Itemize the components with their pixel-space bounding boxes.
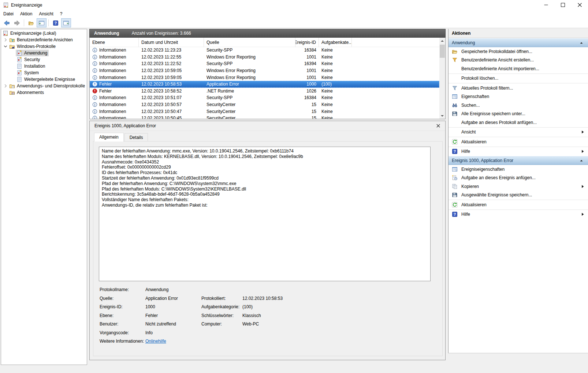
tab-allgemein[interactable]: Allgemein (94, 133, 124, 142)
help-button[interactable]: ? (51, 18, 60, 27)
task-category-label: Keine (321, 61, 333, 66)
maximize-button[interactable] (554, 0, 571, 10)
column-header-ebene[interactable]: Ebene (90, 38, 139, 47)
action-item-aktualisieren[interactable]: Aktualisieren (449, 137, 588, 146)
action-pane-toggle-button[interactable] (61, 18, 71, 27)
datetime-cell: 12.02.2023 10:50:47 (139, 109, 204, 114)
source-cell: Windows Error Reporting (204, 68, 295, 73)
close-icon (578, 3, 582, 7)
actions-section-title: Ereignis 1000, Application Error (452, 158, 513, 163)
tree-item-installation[interactable]: Installation (1, 63, 87, 69)
level-cell: Informationen (90, 75, 139, 80)
field-value: Klassisch (242, 313, 431, 318)
event-description-line: Startzeit der fehlerhaften Anwendung: 0x… (102, 176, 428, 181)
tree-item-label: Abonnements (17, 90, 44, 95)
action-item-alle-ereignisse-speichern-unter[interactable]: Alle Ereignisse speichern unter... (449, 110, 588, 118)
menu-item-aktion[interactable]: Aktion (17, 10, 36, 18)
source-label: Windows Error Reporting (206, 54, 256, 60)
level-cell: Informationen (90, 102, 139, 107)
toolbar-separator (24, 19, 24, 26)
action-item-suchen[interactable]: Suchen... (449, 101, 588, 110)
source-label: SecurityCenter (206, 116, 235, 119)
scroll-down-button[interactable] (439, 113, 445, 119)
close-icon[interactable] (434, 122, 442, 129)
tab-details[interactable]: Details (124, 133, 148, 141)
action-item-kopieren[interactable]: Kopieren (449, 182, 588, 191)
event-row[interactable]: Informationen12.02.2023 11:23:23Security… (90, 47, 439, 54)
copy-icon (452, 184, 459, 189)
menu-item-datei[interactable]: Datei (0, 10, 17, 18)
column-header-quelle[interactable]: Quelle (204, 38, 295, 47)
action-item-label: Alle Ereignisse speichern unter... (461, 111, 525, 116)
event-description-line: ID des fehlerhaften Prozesses: 0x41dc (102, 170, 428, 176)
event-row[interactable]: Informationen12.02.2023 11:22:52Security… (90, 60, 439, 67)
column-header-ereignis-id[interactable]: Ereignis-ID (295, 38, 319, 47)
back-button[interactable] (1, 18, 11, 27)
scrollbar-thumb[interactable] (440, 45, 445, 58)
minimize-button[interactable] (537, 0, 554, 10)
action-item-benutzerdefinierte-ansicht-erstellen[interactable]: Benutzerdefinierte Ansicht erstellen... (449, 56, 588, 65)
field-row: Weitere Informationen:Onlinehilfe (100, 339, 431, 347)
chevron-right-icon[interactable] (3, 84, 8, 88)
action-item-aktuelles-protokoll-filtern[interactable]: Aktuelles Protokoll filtern... (449, 84, 588, 93)
action-item-benutzerdefinierte-ansicht-importieren[interactable]: Benutzerdefinierte Ansicht importieren..… (449, 64, 588, 73)
event-row[interactable]: Informationen12.02.2023 10:51:07Security… (90, 94, 439, 101)
event-id-label: 16384 (304, 95, 316, 100)
forward-button[interactable] (12, 18, 22, 27)
event-row[interactable]: Fehler12.02.2023 10:58:52.NET Runtime102… (90, 88, 439, 95)
action-item-ansicht[interactable]: Ansicht (449, 128, 588, 137)
info-icon (92, 75, 97, 80)
column-header-datum-und-uhrzeit[interactable]: Datum und Uhrzeit (139, 38, 204, 47)
tree-item-windows-protokolle[interactable]: Windows-Protokolle (1, 43, 87, 50)
menu-item-ansicht[interactable]: Ansicht (36, 10, 56, 18)
tree-item-security[interactable]: Security (1, 56, 87, 63)
action-item-hilfe[interactable]: ?Hilfe (449, 147, 588, 156)
event-row[interactable]: Informationen12.02.2023 10:50:47Security… (90, 108, 439, 115)
tree-node: Abonnements (8, 89, 45, 96)
event-row[interactable]: Fehler12.02.2023 10:58:53Application Err… (90, 81, 439, 88)
actions-section-header-anwendung[interactable]: Anwendung (449, 38, 588, 47)
list-pane-header: Anwendung Anzahl von Ereignissen: 3.666 (89, 29, 446, 38)
tree-item-ereignisanzeige-lokal[interactable]: Ereignisanzeige (Lokal) (1, 30, 87, 37)
datetime-cell: 12.02.2023 10:59:05 (139, 68, 204, 73)
collapse-triangle-icon[interactable] (579, 41, 584, 45)
event-row[interactable]: Informationen12.02.2023 10:59:05Windows … (90, 67, 439, 74)
chevron-right-icon[interactable] (3, 38, 8, 42)
close-button[interactable] (571, 0, 588, 10)
event-row[interactable]: Informationen12.02.2023 10:59:05Windows … (90, 74, 439, 81)
open-folder-button[interactable] (26, 18, 36, 27)
tree-item-anwendungs-und-dienstprotokolle[interactable]: Anwendungs- und Dienstprotokolle (1, 83, 87, 89)
event-description-box[interactable]: Name der fehlerhaften Anwendung: mmc.exe… (99, 147, 431, 281)
list-vertical-scrollbar[interactable] (439, 38, 445, 119)
tree-item-abonnements[interactable]: Abonnements (1, 89, 87, 96)
menu-item-[interactable]: ? (57, 10, 66, 18)
datetime-cell: 12.02.2023 11:23:23 (139, 48, 204, 53)
column-header-aufgabenkate[interactable]: Aufgabenkate... (319, 38, 352, 47)
event-row[interactable]: Informationen12.02.2023 11:22:55Windows … (90, 54, 439, 61)
action-item-eigenschaften[interactable]: Eigenschaften (449, 93, 588, 101)
action-item-aktualisieren[interactable]: Aktualisieren (449, 200, 588, 209)
action-item-aufgabe-an-dieses-ereignis-anfügen[interactable]: Aufgabe an dieses Ereignis anfügen... (449, 174, 588, 182)
tree-item-anwendung[interactable]: Anwendung (1, 50, 87, 56)
tree-item-system[interactable]: System (1, 69, 87, 76)
action-item-protokoll-löschen[interactable]: Protokoll löschen... (449, 74, 588, 83)
event-id-cell: 16394 (295, 61, 319, 66)
event-row[interactable]: Informationen12.02.2023 10:50:45Security… (90, 115, 439, 119)
event-row[interactable]: Informationen12.02.2023 10:50:57Security… (90, 101, 439, 108)
chevron-down-icon[interactable] (3, 44, 8, 49)
info-icon (92, 68, 97, 73)
action-item-gespeicherte-protokolldatei-öffnen[interactable]: Gespeicherte Protokolldatei öffnen... (449, 47, 588, 56)
scroll-up-button[interactable] (439, 38, 445, 44)
actions-section-header-ereignis-1000-application-error[interactable]: Ereignis 1000, Application Error (449, 156, 588, 165)
field-label: Aufgabenkategorie: (201, 304, 242, 309)
action-item-ausgewählte-ereignisse-speichern[interactable]: Ausgewählte Ereignisse speichern... (449, 191, 588, 200)
collapse-triangle-icon[interactable] (579, 158, 584, 163)
tree-item-weitergeleitete-ereignisse[interactable]: Weitergeleitete Ereignisse (1, 76, 87, 83)
action-item-aufgabe-an-dieses-protokoll-anfügen[interactable]: Aufgabe an dieses Protokoll anfügen... (449, 118, 588, 127)
action-item-ereigniseigenschaften[interactable]: Ereigniseigenschaften (449, 165, 588, 174)
level-cell: Informationen (90, 48, 139, 53)
action-item-hilfe[interactable]: ?Hilfe (449, 210, 588, 219)
online-help-link[interactable]: Onlinehilfe (145, 339, 201, 344)
console-tree-toggle-button[interactable] (37, 18, 46, 27)
tree-item-benutzerdefinierte-ansichten[interactable]: Benutzerdefinierte Ansichten (1, 37, 87, 43)
